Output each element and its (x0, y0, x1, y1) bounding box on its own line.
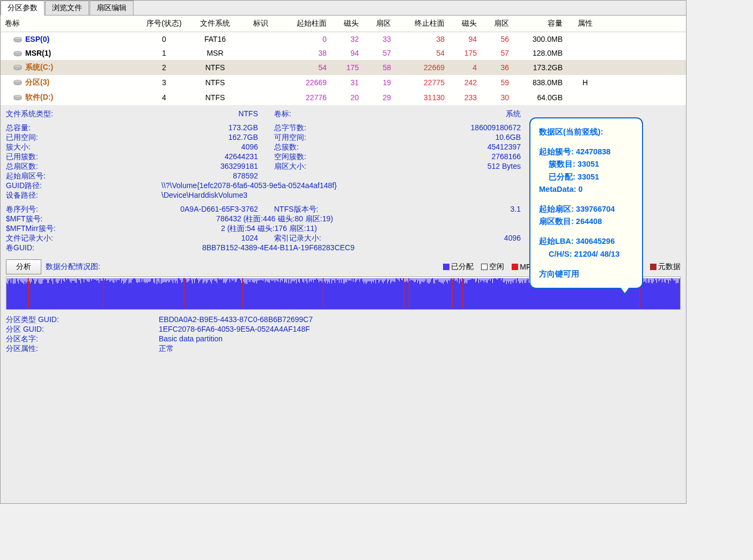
tt-sector-count: 扇区数目: 264408 (539, 215, 633, 228)
cell-end-cyl: 22669 (397, 60, 451, 75)
val-volume-label: 系统 (408, 109, 521, 119)
val-total-capacity: 173.2GB (151, 123, 258, 133)
cell-start-cyl: 0 (279, 32, 333, 47)
th-start-cyl[interactable]: 起始柱面 (279, 16, 333, 32)
cell-flag (242, 60, 279, 75)
cell-capacity: 64.0GB (515, 90, 569, 105)
lbl-partition-guid: 分区 GUID: (6, 325, 159, 334)
cell-index: 3 (140, 75, 188, 90)
th-end-cyl[interactable]: 终止柱面 (397, 16, 451, 32)
cell-flag (242, 90, 279, 105)
th-flag[interactable]: 标识 (242, 16, 279, 32)
val-used-space: 162.7GB (151, 133, 258, 143)
tab-sector-edit[interactable]: 扇区编辑 (90, 1, 134, 15)
th-fs[interactable]: 文件系统 (188, 16, 242, 32)
cell-attr: H (569, 75, 601, 90)
lbl-partition-attr: 分区属性: (6, 344, 159, 354)
cell-end-sector: 30 (483, 90, 515, 105)
lbl-file-record-size: 文件记录大小: (6, 234, 151, 243)
cell-capacity: 173.2GB (515, 60, 569, 75)
val-total-clusters: 45412397 (408, 143, 521, 152)
tt-arrow-hint: 方向键可用 (539, 268, 633, 280)
lbl-guid-path: GUID路径: (6, 181, 151, 191)
lbl-fs-type: 文件系统类型: (6, 109, 151, 119)
cell-end-head: 94 (451, 32, 483, 47)
th-head2[interactable]: 磁头 (451, 16, 483, 32)
val-free-clusters: 2768166 (408, 152, 521, 162)
cell-start-cyl: 38 (279, 46, 333, 60)
analyze-button[interactable]: 分析 (6, 259, 41, 274)
lbl-volume-guid: 卷GUID: (6, 243, 86, 253)
lbl-index-record-size: 索引记录大小: (274, 234, 408, 243)
volume-name: 分区(3) (25, 78, 49, 86)
cell-capacity: 838.0MB (515, 75, 569, 90)
disk-icon (13, 51, 22, 56)
th-index[interactable]: 序号(状态) (140, 16, 188, 32)
tt-start-lba: 起始LBA: 340645296 (539, 235, 633, 248)
val-volume-serial: 0A9A-D661-65F3-3762 (151, 205, 258, 214)
table-row[interactable]: ESP(0)0FAT1603233389456300.0MB (1, 32, 686, 47)
cell-fs: FAT16 (188, 32, 242, 47)
cell-start-cyl: 54 (279, 60, 333, 75)
cell-end-cyl: 31130 (397, 90, 451, 105)
lbl-total-capacity: 总容量: (6, 123, 151, 133)
tt-allocated: 已分配: 33051 (539, 171, 633, 183)
th-sector[interactable]: 扇区 (365, 16, 397, 32)
tab-browse-files[interactable]: 浏览文件 (45, 1, 89, 15)
table-row[interactable]: 软件(D:)4NTFS227762029311302333064.0GB (1, 90, 686, 105)
cell-end-sector: 59 (483, 75, 515, 90)
cell-attr (569, 60, 601, 75)
tt-cluster-count: 簇数目: 33051 (539, 158, 633, 170)
val-partition-type-guid: EBD0A0A2-B9E5-4433-87C0-68B6B72699C7 (159, 315, 313, 325)
cell-flag (242, 32, 279, 47)
tt-chs: C/H/S: 21204/ 48/13 (539, 248, 633, 260)
cell-index: 2 (140, 60, 188, 75)
lbl-partition-type-guid: 分区类型 GUID: (6, 315, 159, 325)
cell-attr (569, 46, 601, 60)
cell-start-head: 94 (333, 46, 365, 60)
cell-end-head: 233 (451, 90, 483, 105)
lbl-total-sectors: 总扇区数: (6, 162, 151, 171)
val-fs-type: NTFS (151, 109, 258, 119)
tab-partition-params[interactable]: 分区参数 (1, 1, 45, 16)
th-sector2[interactable]: 扇区 (483, 16, 515, 32)
table-header-row: 卷标 序号(状态) 文件系统 标识 起始柱面 磁头 扇区 终止柱面 磁头 扇区 … (1, 16, 686, 32)
table-row[interactable]: 分区(3)3NTFS2266931192277524259838.0MBH (1, 75, 686, 90)
partition-table: 卷标 序号(状态) 文件系统 标识 起始柱面 磁头 扇区 终止柱面 磁头 扇区 … (1, 16, 686, 105)
th-volume[interactable]: 卷标 (1, 16, 140, 32)
val-partition-guid: 1EFC2078-6FA6-4053-9E5A-0524A4AF148F (159, 325, 310, 334)
lbl-sector-size: 扇区大小: (274, 162, 408, 171)
cell-fs: NTFS (188, 75, 242, 90)
lbl-volume-serial: 卷序列号: (6, 205, 151, 214)
th-attr[interactable]: 属性 (569, 16, 601, 32)
lbl-start-sector: 起始扇区号: (6, 171, 151, 181)
legend-free: 空闲 (481, 262, 504, 272)
legend-allocated: 已分配 (443, 262, 474, 272)
disk-icon (13, 95, 22, 100)
lbl-mft-cluster: $MFT簇号: (6, 214, 86, 224)
lbl-ntfs-version: NTFS版本号: (274, 205, 408, 214)
cell-flag (242, 46, 279, 60)
val-index-record-size: 4096 (408, 234, 521, 243)
table-row[interactable]: 系统(C:)2NTFS541755822669436173.2GB (1, 60, 686, 75)
legend-metadata: 元数据 (650, 262, 681, 272)
lbl-volume-label: 卷标: (274, 109, 408, 119)
th-head[interactable]: 磁头 (333, 16, 365, 32)
volume-name: 软件(D:) (25, 93, 53, 101)
val-volume-guid: 8BB7B152-4389-4E44-B11A-19F68283CEC9 (86, 243, 355, 253)
lbl-mftmirr-cluster: $MFTMirr簇号: (6, 224, 86, 234)
cell-end-head: 4 (451, 60, 483, 75)
th-capacity[interactable]: 容量 (515, 16, 569, 32)
volume-name: 系统(C:) (25, 63, 53, 71)
cell-flag (242, 75, 279, 90)
cell-end-sector: 36 (483, 60, 515, 75)
val-used-clusters: 42644231 (151, 152, 258, 162)
val-ntfs-version: 3.1 (408, 205, 521, 214)
cell-index: 0 (140, 32, 188, 47)
cell-fs: NTFS (188, 90, 242, 105)
cell-start-sector: 57 (365, 46, 397, 60)
cell-end-sector: 56 (483, 32, 515, 47)
cell-start-head: 32 (333, 32, 365, 47)
table-row[interactable]: MSR(1)1MSR3894575417557128.0MB (1, 46, 686, 60)
tt-start-sector: 起始扇区: 339766704 (539, 203, 633, 215)
